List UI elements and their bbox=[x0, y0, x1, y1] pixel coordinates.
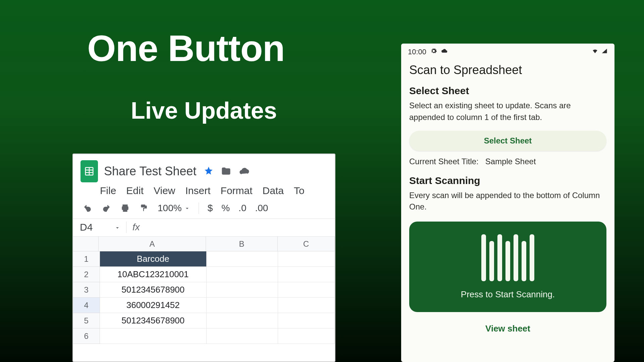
cell-reference-value: D4 bbox=[80, 222, 93, 233]
hero-heading-line1: One Button bbox=[87, 27, 285, 69]
current-sheet-line: Current Sheet Title: Sample Sheet bbox=[401, 157, 614, 173]
sheets-title-row: Share Test Sheet bbox=[104, 164, 250, 178]
table-row: 35012345678900 bbox=[73, 282, 335, 298]
data-cell[interactable] bbox=[207, 282, 278, 298]
currency-format-button[interactable]: $ bbox=[208, 203, 213, 214]
menu-view[interactable]: View bbox=[154, 185, 175, 196]
row-header[interactable]: 4 bbox=[73, 298, 100, 313]
zoom-dropdown[interactable]: 100% bbox=[158, 203, 190, 214]
toolbar-separator bbox=[126, 222, 126, 233]
table-row: 6 bbox=[73, 328, 335, 344]
select-all-corner[interactable] bbox=[73, 237, 99, 251]
menu-edit[interactable]: Edit bbox=[126, 185, 144, 196]
menu-bar: File Edit View Insert Format Data To bbox=[100, 185, 335, 196]
signal-icon bbox=[601, 48, 608, 56]
select-sheet-heading: Select Sheet bbox=[401, 83, 614, 100]
cloud-status-icon[interactable] bbox=[239, 166, 250, 177]
fx-icon: fx bbox=[132, 222, 140, 233]
gear-icon bbox=[430, 48, 437, 56]
decrease-decimal-button[interactable]: .0 bbox=[238, 203, 246, 214]
select-sheet-description: Select an existing sheet to update. Scan… bbox=[401, 100, 614, 129]
menu-tools-truncated[interactable]: To bbox=[294, 185, 305, 196]
row-header[interactable]: 5 bbox=[73, 313, 100, 328]
table-row: 1Barcode bbox=[73, 251, 335, 267]
mobile-app-screenshot: 10:00 Scan to Spreadsheet Select Sheet S… bbox=[401, 44, 614, 362]
data-cell[interactable] bbox=[100, 328, 207, 344]
select-sheet-button[interactable]: Select Sheet bbox=[409, 131, 606, 151]
status-left: 10:00 bbox=[408, 48, 448, 56]
app-title: Scan to Spreadsheet bbox=[401, 58, 614, 83]
view-sheet-link[interactable]: View sheet bbox=[401, 317, 614, 337]
toolbar-separator bbox=[199, 202, 199, 214]
data-cell[interactable] bbox=[278, 328, 335, 344]
table-row: 436000291452 bbox=[73, 298, 335, 313]
status-right bbox=[592, 48, 608, 56]
google-sheets-window: Share Test Sheet File Edit View Insert F… bbox=[72, 154, 335, 362]
increase-decimal-button[interactable]: .00 bbox=[255, 203, 268, 214]
menu-data[interactable]: Data bbox=[263, 185, 284, 196]
print-icon[interactable] bbox=[120, 203, 130, 213]
toolbar: 100% $ % .0 .00 bbox=[73, 196, 335, 219]
data-cell[interactable] bbox=[207, 267, 278, 282]
data-cell[interactable]: 36000291452 bbox=[100, 298, 207, 313]
row-header[interactable]: 1 bbox=[73, 251, 100, 267]
scan-caption: Press to Start Scanning. bbox=[461, 289, 555, 300]
row-header[interactable]: 2 bbox=[73, 267, 100, 282]
start-scanning-description: Every scan will be appended to the botto… bbox=[401, 190, 614, 219]
zoom-value: 100% bbox=[158, 203, 182, 214]
row-header[interactable]: 3 bbox=[73, 282, 100, 298]
current-sheet-label: Current Sheet Title: bbox=[409, 157, 479, 166]
start-scanning-heading: Start Scanning bbox=[401, 173, 614, 190]
data-cell[interactable] bbox=[278, 298, 335, 313]
sheets-title-block: Share Test Sheet bbox=[104, 164, 250, 178]
data-cell[interactable]: 5012345678900 bbox=[100, 282, 207, 298]
cloud-icon bbox=[441, 48, 448, 56]
barcode-icon bbox=[481, 234, 534, 281]
name-box-bar: D4 fx bbox=[73, 219, 335, 237]
sheets-logo-icon bbox=[80, 160, 98, 182]
column-title-cell[interactable]: Barcode bbox=[100, 251, 207, 267]
menu-format[interactable]: Format bbox=[221, 185, 253, 196]
table-row: 210ABC123210001 bbox=[73, 267, 335, 282]
svg-rect-7 bbox=[141, 205, 145, 207]
status-time: 10:00 bbox=[408, 48, 426, 56]
status-bar: 10:00 bbox=[401, 44, 614, 58]
data-cell[interactable] bbox=[278, 251, 335, 267]
percent-format-button[interactable]: % bbox=[221, 203, 230, 214]
current-sheet-value: Sample Sheet bbox=[485, 157, 536, 166]
column-header-a[interactable]: A bbox=[99, 237, 206, 251]
data-cell[interactable] bbox=[278, 313, 335, 328]
table-row: 55012345678900 bbox=[73, 313, 335, 328]
column-header-c[interactable]: C bbox=[278, 237, 335, 251]
data-cell[interactable] bbox=[207, 328, 278, 344]
document-title[interactable]: Share Test Sheet bbox=[104, 164, 197, 178]
data-cell[interactable] bbox=[207, 251, 278, 267]
undo-icon[interactable] bbox=[83, 203, 93, 213]
redo-icon[interactable] bbox=[101, 203, 111, 213]
spreadsheet-grid[interactable]: A B C 1Barcode210ABC12321000135012345678… bbox=[73, 237, 335, 344]
wifi-icon bbox=[592, 48, 598, 56]
hero-heading-line2: Live Updates bbox=[131, 97, 277, 124]
sheets-titlebar: Share Test Sheet bbox=[73, 154, 335, 182]
menu-file[interactable]: File bbox=[100, 185, 116, 196]
data-cell[interactable] bbox=[278, 282, 335, 298]
chevron-down-icon bbox=[115, 222, 120, 233]
paint-format-icon[interactable] bbox=[139, 203, 149, 213]
data-cell[interactable]: 5012345678900 bbox=[100, 313, 207, 328]
name-box[interactable]: D4 bbox=[80, 222, 120, 233]
column-headers: A B C bbox=[73, 237, 335, 251]
svg-rect-6 bbox=[123, 209, 127, 212]
data-cell[interactable] bbox=[207, 313, 278, 328]
data-cell[interactable]: 10ABC123210001 bbox=[100, 267, 207, 282]
chevron-down-icon bbox=[184, 203, 190, 214]
row-header[interactable]: 6 bbox=[73, 328, 100, 344]
data-cell[interactable] bbox=[278, 267, 335, 282]
column-header-b[interactable]: B bbox=[206, 237, 278, 251]
start-scanning-button[interactable]: Press to Start Scanning. bbox=[409, 222, 606, 312]
star-icon[interactable] bbox=[204, 166, 213, 177]
menu-insert[interactable]: Insert bbox=[185, 185, 211, 196]
data-cell[interactable] bbox=[207, 298, 278, 313]
move-folder-icon[interactable] bbox=[221, 166, 231, 177]
